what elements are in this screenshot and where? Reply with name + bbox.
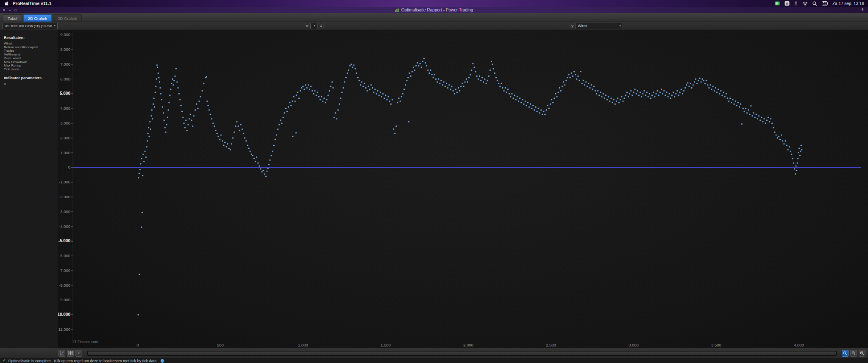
scatter-point[interactable] (329, 90, 330, 91)
scatter-point[interactable] (141, 158, 142, 159)
scatter-point[interactable] (174, 75, 175, 77)
scatter-point[interactable] (719, 93, 720, 94)
scatter-point[interactable] (380, 91, 381, 93)
instrument-select[interactable]: US Tech 100 Cash (1€) (10 minuten) ▾ (3, 23, 58, 29)
scatter-point[interactable] (681, 89, 682, 90)
scatter-point[interactable] (630, 90, 632, 91)
scatter-point[interactable] (733, 103, 734, 105)
scatter-point[interactable] (362, 86, 364, 87)
scatter-point[interactable] (164, 127, 166, 128)
scatter-point[interactable] (670, 97, 671, 99)
scatter-point[interactable] (214, 125, 215, 127)
scatter-point[interactable] (152, 118, 153, 119)
scatter-point[interactable] (190, 114, 191, 115)
scatter-point[interactable] (684, 87, 686, 89)
scatter-point[interactable] (159, 81, 160, 83)
scatter-point[interactable] (734, 100, 736, 102)
scatter-point[interactable] (588, 83, 589, 84)
scatter-point[interactable] (741, 123, 743, 125)
scatter-point[interactable] (234, 131, 235, 133)
scatter-point[interactable] (385, 94, 386, 96)
scatter-point[interactable] (423, 58, 425, 59)
scatter-point[interactable] (412, 71, 413, 72)
scatter-point[interactable] (538, 108, 539, 109)
scatter-point[interactable] (801, 145, 802, 146)
pin-window-icon[interactable] (860, 8, 865, 13)
scatter-point[interactable] (418, 65, 419, 67)
scatter-point[interactable] (219, 139, 220, 140)
scatter-point[interactable] (327, 94, 328, 96)
scatter-point[interactable] (781, 134, 782, 136)
scatter-point[interactable] (335, 112, 336, 114)
scatter-point[interactable] (765, 122, 766, 124)
scatter-point[interactable] (312, 90, 313, 91)
scatter-point[interactable] (426, 65, 427, 67)
scatter-point[interactable] (483, 81, 484, 83)
tab-2d-grafiek[interactable]: 2D Grafiek (23, 14, 52, 22)
scatter-point[interactable] (601, 96, 602, 97)
scatter-point[interactable] (699, 78, 700, 79)
scatter-point[interactable] (801, 149, 802, 150)
chart-style-scatter-button[interactable] (58, 350, 65, 357)
scatter-point[interactable] (762, 121, 763, 122)
scatter-point[interactable] (342, 87, 344, 89)
scatter-point[interactable] (625, 94, 626, 96)
scatter-point[interactable] (665, 94, 666, 96)
scatter-point[interactable] (364, 83, 365, 84)
scatter-point[interactable] (216, 133, 217, 134)
scatter-point[interactable] (721, 94, 723, 96)
scatter-point[interactable] (796, 170, 797, 171)
scatter-point[interactable] (137, 314, 139, 316)
scatter-point[interactable] (159, 87, 161, 89)
scatter-point[interactable] (737, 102, 739, 103)
scatter-point[interactable] (716, 91, 718, 93)
scatter-point[interactable] (524, 100, 526, 102)
scatter-point[interactable] (658, 94, 659, 96)
scatter-point[interactable] (405, 84, 406, 86)
scatter-point[interactable] (235, 125, 236, 127)
scatter-point[interactable] (345, 77, 347, 78)
scatter-point[interactable] (757, 118, 758, 119)
scatter-point[interactable] (288, 106, 289, 108)
scatter-point[interactable] (153, 103, 154, 105)
scatter-point[interactable] (395, 125, 397, 127)
scatter-point[interactable] (629, 93, 630, 94)
scatter-point[interactable] (448, 84, 450, 86)
scatter-point[interactable] (674, 96, 675, 97)
scatter-point[interactable] (760, 119, 761, 121)
scatter-point[interactable] (567, 77, 568, 78)
scatter-point[interactable] (434, 74, 435, 75)
scatter-point[interactable] (209, 109, 210, 111)
scatter-point[interactable] (287, 111, 288, 112)
scatter-point[interactable] (313, 93, 314, 94)
scatter-point[interactable] (509, 93, 510, 94)
scatter-point[interactable] (532, 105, 534, 106)
scatter-point[interactable] (666, 91, 667, 93)
scatter-point[interactable] (305, 84, 306, 86)
scatter-point[interactable] (285, 108, 287, 109)
scatter-point[interactable] (281, 122, 282, 124)
wifi-icon[interactable] (802, 0, 808, 7)
scatter-point[interactable] (156, 64, 158, 66)
chart-style-grid-button[interactable] (67, 350, 74, 357)
scatter-point[interactable] (572, 75, 573, 77)
scatter-point[interactable] (443, 81, 445, 83)
scatter-point[interactable] (298, 97, 300, 99)
scatter-point[interactable] (147, 140, 148, 141)
scatter-point[interactable] (520, 102, 522, 103)
scatter-point[interactable] (640, 91, 641, 93)
scatter-point[interactable] (138, 177, 139, 178)
scatter-point[interactable] (268, 164, 270, 165)
scatter-point[interactable] (518, 100, 519, 102)
scatter-point[interactable] (357, 77, 359, 78)
scatter-point[interactable] (455, 89, 456, 90)
scatter-point[interactable] (394, 133, 395, 134)
scatter-point[interactable] (398, 97, 399, 99)
scatter-point[interactable] (626, 91, 628, 93)
scatter-point[interactable] (604, 97, 605, 99)
scatter-point[interactable] (473, 67, 475, 68)
scatter-point[interactable] (773, 127, 774, 128)
scatter-point[interactable] (387, 96, 389, 97)
window-title-bar[interactable]: ✕ – □ Optimalisatie Rapport - Power Trad… (0, 7, 868, 13)
scatter-point[interactable] (552, 102, 554, 103)
